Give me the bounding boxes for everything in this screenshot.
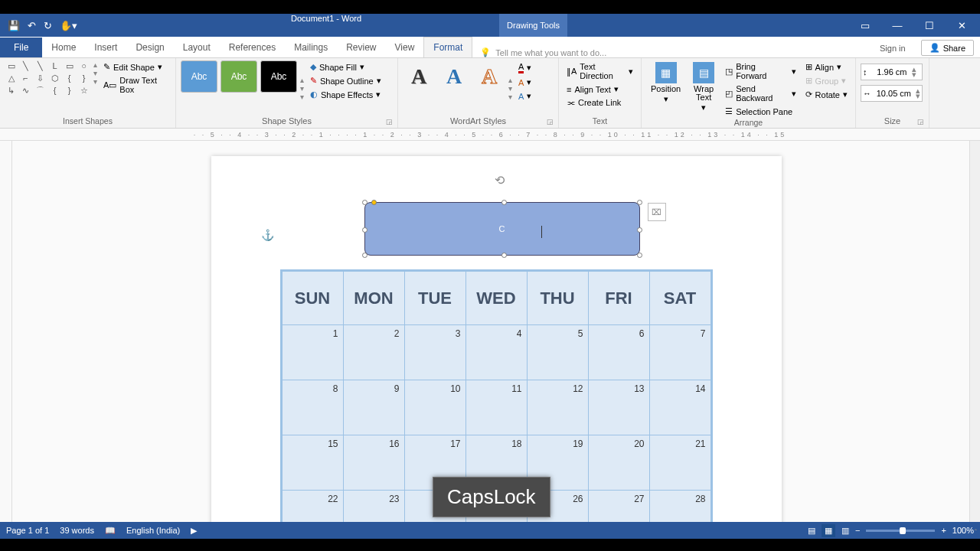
share-button[interactable]: 👤Share xyxy=(921,40,974,56)
selected-shape[interactable]: C ⌧ xyxy=(364,202,640,256)
zoom-slider[interactable] xyxy=(866,530,935,532)
calendar-cell[interactable]: 22 xyxy=(282,491,343,523)
text-effects-button[interactable]: A ▾ xyxy=(515,90,534,103)
minimize-icon[interactable]: ― xyxy=(882,16,913,34)
rotate-button[interactable]: ⟳Rotate ▾ xyxy=(802,88,851,101)
calendar-cell[interactable]: 21 xyxy=(649,435,710,491)
calendar-cell[interactable]: 5 xyxy=(527,325,588,380)
calendar-cell[interactable]: 4 xyxy=(466,325,527,380)
page-indicator[interactable]: Page 1 of 1 xyxy=(6,526,49,535)
vertical-ruler[interactable] xyxy=(0,141,12,522)
sign-in-link[interactable]: Sign in xyxy=(871,39,915,57)
calendar-cell[interactable]: 23 xyxy=(343,491,404,523)
calendar-cell[interactable]: 27 xyxy=(588,491,649,523)
shapes-gallery[interactable]: ▭╲╲L▭○ △⌐⇩⬡{} ↳∿⌒{}☆ xyxy=(5,60,90,96)
tab-view[interactable]: View xyxy=(386,37,424,57)
close-icon[interactable]: ✕ xyxy=(946,16,977,34)
maximize-icon[interactable]: ☐ xyxy=(914,16,945,34)
tab-format[interactable]: Format xyxy=(423,37,472,57)
dialog-launcher-icon[interactable]: ◲ xyxy=(917,118,924,126)
calendar-cell[interactable]: 12 xyxy=(527,380,588,435)
calendar-cell[interactable]: 16 xyxy=(343,435,404,491)
calendar-cell[interactable]: 8 xyxy=(282,380,343,435)
collapse-ribbon-icon[interactable]: ˆ xyxy=(975,529,977,537)
shape-fill-button[interactable]: ◆Shape Fill ▾ xyxy=(307,60,384,73)
save-icon[interactable]: 💾 xyxy=(8,20,20,31)
shape-effects-button[interactable]: ◐Shape Effects ▾ xyxy=(307,88,384,101)
calendar-cell[interactable]: 3 xyxy=(404,325,466,380)
document-page[interactable]: ⚓ ⟲ C ⌧ SUNMONTUEWEDTHUFRISAT12345678910… xyxy=(211,156,782,522)
text-direction-button[interactable]: ‖AText Direction ▾ xyxy=(564,60,636,82)
tab-references[interactable]: References xyxy=(220,37,285,57)
wrap-text-button[interactable]: ▤Wrap Text▾ xyxy=(688,60,719,113)
adjust-handle[interactable] xyxy=(371,200,377,205)
tab-home[interactable]: Home xyxy=(42,37,85,57)
vertical-scrollbar[interactable] xyxy=(969,141,980,522)
calendar-cell[interactable]: 2 xyxy=(343,325,404,380)
wordart-preset-3[interactable]: A xyxy=(473,60,505,93)
resize-handle[interactable] xyxy=(637,200,642,205)
layout-options-icon[interactable]: ⌧ xyxy=(648,203,666,221)
text-outline-button[interactable]: A ▾ xyxy=(515,76,534,89)
calendar-cell[interactable]: 1 xyxy=(282,325,343,380)
macro-icon[interactable]: ▶ xyxy=(191,526,197,536)
text-fill-button[interactable]: A ▾ xyxy=(515,60,534,75)
calendar-cell[interactable]: 7 xyxy=(649,325,710,380)
rotate-handle-icon[interactable]: ⟲ xyxy=(495,173,505,187)
calendar-cell[interactable]: 6 xyxy=(588,325,649,380)
zoom-in-icon[interactable]: + xyxy=(941,526,946,535)
tab-file[interactable]: File xyxy=(0,37,42,57)
calendar-cell[interactable]: 20 xyxy=(588,435,649,491)
language-indicator[interactable]: English (India) xyxy=(126,526,180,535)
bring-forward-button[interactable]: ◳Bring Forward ▾ xyxy=(722,60,799,82)
wordart-preset-2[interactable]: A xyxy=(438,60,470,93)
tell-me-search[interactable]: 💡Tell me what you want to do... xyxy=(472,47,871,57)
selection-pane-button[interactable]: ☰Selection Pane xyxy=(722,105,799,118)
style-preset-1[interactable]: Abc xyxy=(181,60,217,93)
resize-handle[interactable] xyxy=(362,253,368,258)
group-button[interactable]: ⊞Group ▾ xyxy=(802,74,851,87)
edit-shape-button[interactable]: ✎Edit Shape ▾ xyxy=(100,60,171,73)
send-backward-button[interactable]: ◰Send Backward ▾ xyxy=(722,83,799,104)
style-preset-3[interactable]: Abc xyxy=(260,60,297,93)
create-link-button[interactable]: ⫘Create Link xyxy=(564,96,636,109)
wordart-preset-1[interactable]: A xyxy=(403,60,435,93)
draw-textbox-button[interactable]: A▭Draw Text Box xyxy=(100,74,171,96)
dialog-launcher-icon[interactable]: ◲ xyxy=(386,118,393,126)
proofing-icon[interactable]: 📖 xyxy=(105,526,116,536)
resize-handle[interactable] xyxy=(637,253,642,258)
resize-handle[interactable] xyxy=(501,200,507,205)
align-button[interactable]: ⊞Align ▾ xyxy=(802,60,851,73)
calendar-cell[interactable]: 15 xyxy=(282,435,343,491)
zoom-level[interactable]: 100% xyxy=(952,526,974,535)
horizontal-ruler[interactable]: · · 5 · · 4 · · 3 · · 2 · · 1 · · · · 1 … xyxy=(0,129,980,141)
ribbon-options-icon[interactable]: ▭ xyxy=(850,16,880,34)
calendar-cell[interactable]: 28 xyxy=(649,491,710,523)
calendar-cell[interactable]: 11 xyxy=(466,380,527,435)
redo-icon[interactable]: ↻ xyxy=(44,20,52,31)
print-layout-icon[interactable]: ▦ xyxy=(822,524,835,537)
resize-handle[interactable] xyxy=(362,227,368,233)
tab-review[interactable]: Review xyxy=(337,37,385,57)
calendar-cell[interactable]: 10 xyxy=(404,380,466,435)
undo-icon[interactable]: ↶ xyxy=(28,20,36,31)
position-button[interactable]: ▦Position▾ xyxy=(646,60,685,105)
tab-layout[interactable]: Layout xyxy=(174,37,220,57)
resize-handle[interactable] xyxy=(362,200,368,205)
calendar-cell[interactable]: 9 xyxy=(343,380,404,435)
resize-handle[interactable] xyxy=(501,253,507,258)
web-layout-icon[interactable]: ▥ xyxy=(841,526,849,536)
read-mode-icon[interactable]: ▤ xyxy=(808,526,815,536)
tab-design[interactable]: Design xyxy=(126,37,173,57)
width-input[interactable]: ↔▴▾ xyxy=(861,85,923,102)
resize-handle[interactable] xyxy=(637,227,642,233)
word-count[interactable]: 39 words xyxy=(60,526,94,535)
zoom-out-icon[interactable]: − xyxy=(855,526,860,535)
calendar-cell[interactable]: 13 xyxy=(588,380,649,435)
align-text-button[interactable]: ≡Align Text ▾ xyxy=(564,83,636,96)
anchor-icon[interactable]: ⚓ xyxy=(261,229,274,241)
dialog-launcher-icon[interactable]: ◲ xyxy=(547,118,554,126)
tab-mailings[interactable]: Mailings xyxy=(285,37,337,57)
tab-insert[interactable]: Insert xyxy=(85,37,126,57)
style-preset-2[interactable]: Abc xyxy=(220,60,257,93)
